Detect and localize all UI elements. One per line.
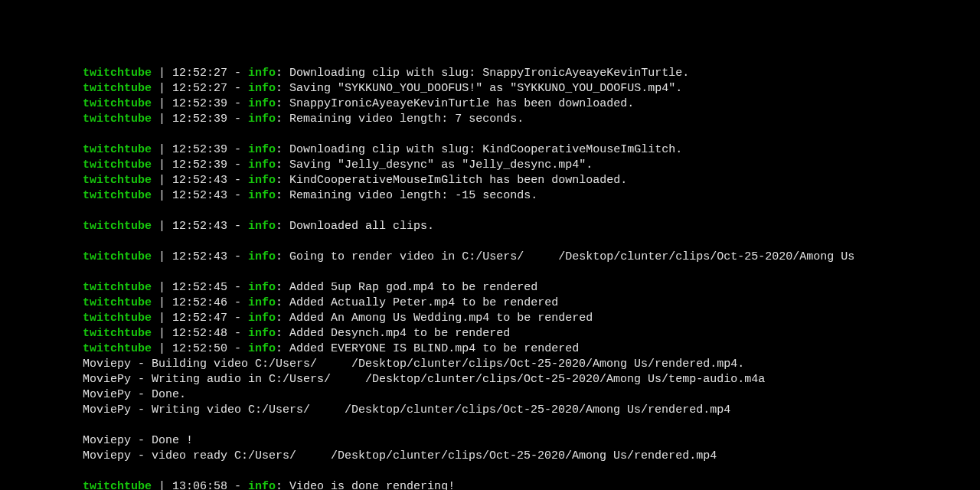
app-tag: twitchtube <box>83 220 152 233</box>
timestamp: 12:52:46 <box>172 296 227 309</box>
separator: - <box>227 250 248 263</box>
separator: | <box>152 97 172 110</box>
separator: : <box>276 250 289 263</box>
separator: : <box>276 312 289 325</box>
plain-line: Moviepy - video ready C:/Users/ /Desktop… <box>83 449 980 464</box>
log-level: info <box>248 312 276 325</box>
log-line: twitchtube | 12:52:39 - info: Saving "Je… <box>83 158 980 173</box>
separator: : <box>276 143 289 156</box>
log-line: twitchtube | 12:52:43 - info: Remaining … <box>83 188 980 204</box>
log-level: info <box>248 327 276 340</box>
log-line: twitchtube | 12:52:27 - info: Saving "SY… <box>83 81 980 96</box>
log-message: Added EVERYONE IS BLIND.mp4 to be render… <box>289 342 579 355</box>
app-tag: twitchtube <box>83 113 152 126</box>
separator: | <box>152 67 172 80</box>
log-level: info <box>248 174 276 187</box>
log-line: twitchtube | 12:52:39 - info: SnappyIron… <box>83 96 980 112</box>
log-line: twitchtube | 12:52:43 - info: Downloaded… <box>83 219 980 234</box>
terminal-output: twitchtube | 12:52:27 - info: Downloadin… <box>83 66 980 490</box>
log-message: Added 5up Rap god.mp4 to be rendered <box>289 281 537 294</box>
log-message: KindCooperativeMouseImGlitch has been do… <box>289 174 627 187</box>
app-tag: twitchtube <box>83 342 152 355</box>
app-tag: twitchtube <box>83 97 152 110</box>
plain-text: MoviePy - Writing audio in C:/Users/ /De… <box>83 373 765 386</box>
plain-text: Moviepy - Done ! <box>83 434 193 447</box>
log-line: twitchtube | 12:52:43 - info: KindCooper… <box>83 173 980 188</box>
separator: : <box>276 67 289 80</box>
app-tag: twitchtube <box>83 174 152 187</box>
timestamp: 13:06:58 <box>172 480 227 490</box>
plain-line: MoviePy - Writing audio in C:/Users/ /De… <box>83 372 980 387</box>
log-message: Going to render video in C:/Users/ /Desk… <box>289 250 854 263</box>
separator: | <box>152 158 172 172</box>
timestamp: 12:52:48 <box>172 327 227 340</box>
separator: : <box>276 480 289 490</box>
separator: | <box>152 220 172 233</box>
timestamp: 12:52:39 <box>172 158 227 172</box>
plain-line: MoviePy - Done. <box>83 387 980 403</box>
log-message: SnappyIronicAyeayeKevinTurtle has been d… <box>289 97 634 110</box>
log-level: info <box>248 67 276 80</box>
separator: : <box>276 113 289 126</box>
separator: | <box>152 189 172 202</box>
separator: : <box>276 189 289 202</box>
separator: | <box>152 174 172 187</box>
separator: - <box>227 174 248 187</box>
log-level: info <box>248 82 276 95</box>
separator: - <box>227 97 248 110</box>
log-level: info <box>248 281 276 294</box>
separator: | <box>152 143 172 156</box>
timestamp: 12:52:47 <box>172 312 227 325</box>
blank-line <box>83 464 980 479</box>
timestamp: 12:52:43 <box>172 189 227 202</box>
log-level: info <box>248 189 276 202</box>
app-tag: twitchtube <box>83 158 152 172</box>
log-level: info <box>248 220 276 233</box>
plain-line: Moviepy - Done ! <box>83 433 980 449</box>
log-level: info <box>248 97 276 110</box>
separator: - <box>227 67 248 80</box>
app-tag: twitchtube <box>83 143 152 156</box>
separator: - <box>227 296 248 309</box>
log-line: twitchtube | 12:52:39 - info: Downloadin… <box>83 142 980 158</box>
timestamp: 12:52:43 <box>172 220 227 233</box>
blank-line <box>83 234 980 250</box>
plain-text: MoviePy - Done. <box>83 388 186 401</box>
separator: : <box>276 82 289 95</box>
separator: : <box>276 327 289 340</box>
timestamp: 12:52:50 <box>172 342 227 355</box>
timestamp: 12:52:43 <box>172 174 227 187</box>
separator: | <box>152 312 172 325</box>
log-level: info <box>248 250 276 263</box>
timestamp: 12:52:27 <box>172 67 227 80</box>
log-line: twitchtube | 12:52:47 - info: Added An A… <box>83 311 980 326</box>
separator: - <box>227 189 248 202</box>
log-line: twitchtube | 12:52:43 - info: Going to r… <box>83 250 980 265</box>
log-line: twitchtube | 12:52:50 - info: Added EVER… <box>83 341 980 357</box>
log-message: Added Desynch.mp4 to be rendered <box>289 327 510 340</box>
log-line: twitchtube | 13:06:58 - info: Video is d… <box>83 479 980 490</box>
log-message: Downloading clip with slug: SnappyIronic… <box>289 67 689 80</box>
log-message: Saving "Jelly_desync" as "Jelly_desync.m… <box>289 158 593 172</box>
log-level: info <box>248 342 276 355</box>
app-tag: twitchtube <box>83 281 152 294</box>
log-message: Saving "SYKKUNO_YOU_DOOFUS!" as "SYKKUNO… <box>289 82 682 95</box>
log-level: info <box>248 296 276 309</box>
separator: | <box>152 296 172 309</box>
log-line: twitchtube | 12:52:39 - info: Remaining … <box>83 112 980 127</box>
separator: - <box>227 327 248 340</box>
separator: - <box>227 143 248 156</box>
app-tag: twitchtube <box>83 189 152 202</box>
blank-line <box>83 418 980 433</box>
log-line: twitchtube | 12:52:45 - info: Added 5up … <box>83 280 980 296</box>
timestamp: 12:52:43 <box>172 250 227 263</box>
timestamp: 12:52:39 <box>172 97 227 110</box>
app-tag: twitchtube <box>83 67 152 80</box>
log-line: twitchtube | 12:52:46 - info: Added Actu… <box>83 296 980 311</box>
log-level: info <box>248 113 276 126</box>
separator: : <box>276 342 289 355</box>
log-message: Remaining video length: -15 seconds. <box>289 189 537 202</box>
separator: - <box>227 312 248 325</box>
log-line: twitchtube | 12:52:27 - info: Downloadin… <box>83 66 980 81</box>
separator: | <box>152 82 172 95</box>
